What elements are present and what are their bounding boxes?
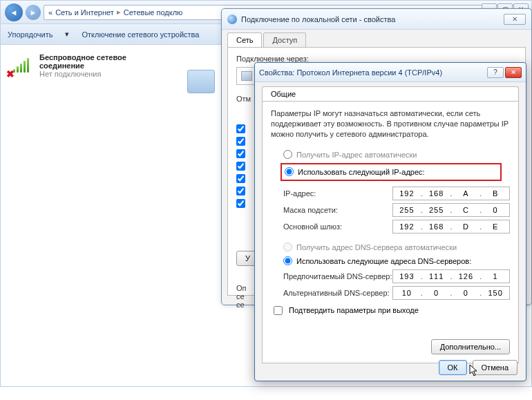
- breadcrumb-overflow-icon: «: [48, 8, 53, 17]
- tab-access[interactable]: Доступ: [263, 32, 306, 47]
- chevron-right-icon: ▸: [117, 8, 121, 17]
- component-checkbox[interactable]: [236, 174, 245, 183]
- confirm-on-exit-checkbox[interactable]: [274, 306, 283, 315]
- radio-static-dns[interactable]: Использовать следующие адреса DNS-сервер…: [283, 254, 510, 268]
- window-title: Свойства: Протокол Интернета версии 4 (T…: [259, 68, 442, 77]
- network-icon: [227, 15, 237, 24]
- ip-address-input[interactable]: 192. 168. A. B: [392, 187, 510, 200]
- gateway-label: Основной шлюз:: [283, 222, 392, 231]
- alternate-dns-input[interactable]: 10. 0. 0. 150: [392, 286, 510, 300]
- disable-device-button[interactable]: Отключение сетевого устройства: [82, 30, 199, 39]
- organize-menu[interactable]: Упорядочить: [8, 30, 53, 39]
- back-button[interactable]: ◄: [5, 3, 23, 21]
- help-button[interactable]: ?: [487, 67, 504, 78]
- breadcrumb-item[interactable]: Сетевые подклю: [124, 8, 183, 17]
- gateway-input[interactable]: 192. 168. D. E: [392, 220, 510, 234]
- advanced-button[interactable]: Дополнительно...: [431, 339, 510, 354]
- window-title: Подключение по локальной сети - свойства: [241, 15, 395, 23]
- disconnected-x-icon: ✖: [6, 68, 15, 79]
- chevron-down-icon: ▾: [65, 30, 69, 39]
- component-checkbox[interactable]: [236, 124, 245, 133]
- adapter-icon: [241, 71, 252, 81]
- cancel-button[interactable]: Отмена: [473, 360, 517, 375]
- ok-button[interactable]: ОК: [439, 360, 467, 375]
- breadcrumb-item[interactable]: Сеть и Интернет: [55, 8, 114, 17]
- component-checkbox[interactable]: [236, 149, 245, 158]
- ip-label: IP-адрес:: [283, 189, 392, 198]
- lan-connection-icon[interactable]: [187, 70, 215, 93]
- radio-static-ip-input[interactable]: [285, 167, 294, 176]
- radio-auto-dns-input: [283, 242, 292, 251]
- radio-static-ip[interactable]: Использовать следующий IP-адрес:: [285, 165, 497, 179]
- component-checkbox[interactable]: [236, 187, 245, 196]
- radio-static-dns-input[interactable]: [283, 256, 292, 265]
- dns1-label: Предпочитаемый DNS-сервер:: [283, 272, 392, 280]
- wifi-connection-item[interactable]: ✖ Беспроводное сетевое соединение Нет по…: [6, 53, 175, 78]
- wifi-signal-icon: ✖: [6, 53, 34, 78]
- forward-button[interactable]: ►: [26, 5, 41, 20]
- highlighted-option: Использовать следующий IP-адрес:: [281, 163, 502, 181]
- radio-auto-ip-input[interactable]: [283, 150, 292, 159]
- preferred-dns-input[interactable]: 193. 111. 126. 1: [392, 269, 510, 283]
- ipv4-properties-window: Свойства: Протокол Интернета версии 4 (T…: [254, 62, 526, 381]
- radio-auto-dns: Получить адрес DNS-сервера автоматически: [283, 240, 510, 254]
- tab-general[interactable]: Общие: [262, 86, 519, 101]
- mask-label: Маска подсети:: [283, 206, 392, 214]
- radio-auto-ip[interactable]: Получить IP-адрес автоматически: [283, 148, 510, 162]
- description-text: Параметры IP могут назначаться автоматич…: [271, 108, 510, 140]
- tab-network[interactable]: Сеть: [227, 32, 262, 47]
- component-checkbox[interactable]: [236, 199, 245, 208]
- subnet-mask-input[interactable]: 255. 255. C. 0: [392, 203, 510, 217]
- close-button[interactable]: ✕: [505, 67, 522, 78]
- close-button[interactable]: ✕: [504, 14, 526, 25]
- component-checkbox[interactable]: [236, 137, 245, 146]
- dns2-label: Альтернативный DNS-сервер:: [283, 289, 392, 297]
- wifi-connection-label: Беспроводное сетевое соединение Нет подк…: [39, 53, 126, 78]
- component-checkbox[interactable]: [236, 162, 245, 171]
- confirm-on-exit-label: Подтвердить параметры при выходе: [289, 306, 419, 314]
